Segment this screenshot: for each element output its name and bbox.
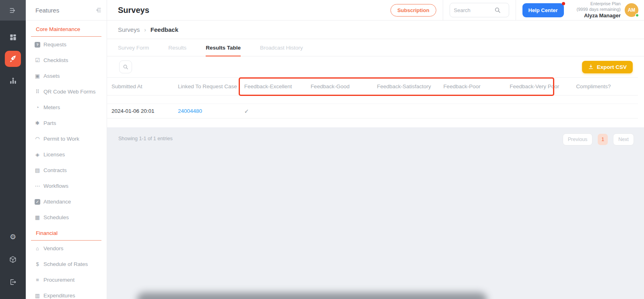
- help-section: Help Center: [516, 0, 570, 21]
- sidebar-item-permit-to-work[interactable]: ◠Permit to Work: [26, 131, 107, 147]
- user-profile-section[interactable]: Enterprise Plan (9999 days remaining) Al…: [570, 0, 644, 21]
- filter-cell: [107, 96, 173, 104]
- attendance-check-icon: ✓: [35, 199, 40, 205]
- expand-panel-icon: [9, 6, 17, 15]
- logout-door-icon: [9, 278, 17, 286]
- rail-features-button[interactable]: [5, 51, 21, 67]
- table-filter-row: [107, 96, 638, 104]
- sidebar-item-label: Meters: [43, 104, 60, 110]
- sidebar-item-schedules[interactable]: ▦Schedules: [26, 210, 107, 225]
- page-title: Surveys: [118, 6, 390, 15]
- filter-cell: [240, 96, 306, 104]
- reports-chart-icon: [9, 77, 17, 85]
- page-1-button[interactable]: 1: [598, 134, 608, 145]
- sidebar-item-requests[interactable]: ?Requests: [26, 37, 107, 52]
- search-icon: [123, 64, 128, 70]
- breadcrumb-surveys-link[interactable]: Surveys: [118, 26, 140, 33]
- submitted-at-cell: 2024-01-06 20:01: [107, 104, 173, 118]
- sidebar-item-label: Parts: [43, 120, 56, 126]
- next-page-button[interactable]: Next: [613, 133, 634, 145]
- tabs-bar: Survey FormResultsResults TableBroadcast…: [107, 39, 644, 56]
- notification-dot: [562, 2, 565, 5]
- column-header-linked-to-request-case-id: Linked To Request Case ID: [173, 78, 240, 96]
- main-area: Surveys Subscription Help Center Enterpr…: [107, 0, 644, 299]
- tab-survey-form[interactable]: Survey Form: [118, 45, 149, 56]
- gauge-icon: ◔: [35, 104, 40, 110]
- subscription-button[interactable]: Subscription: [390, 4, 436, 17]
- empty-cell: [572, 104, 638, 118]
- sidebar-item-parts[interactable]: ✱Parts: [26, 115, 107, 131]
- sidebar-item-assets[interactable]: ▣Assets: [26, 68, 107, 84]
- case-id-link[interactable]: 24004480: [178, 108, 202, 114]
- sidebar-item-label: Schedule of Rates: [43, 261, 88, 267]
- global-search-input-wrap[interactable]: [450, 3, 509, 17]
- filter-cell: [173, 96, 240, 104]
- breadcrumb-current-page: Feedback: [151, 26, 178, 33]
- hard-hat-icon: ◠: [35, 136, 40, 142]
- table-footer-area: Showing 1-1 of 1 entries Previous 1 Next: [107, 127, 644, 299]
- sidebar-item-licenses[interactable]: ◈Licenses: [26, 147, 107, 162]
- sidebar-item-label: Permit to Work: [43, 136, 79, 142]
- cube-icon: [9, 256, 17, 263]
- filter-cell: [373, 96, 439, 104]
- sidebar-item-qr-code-web-forms[interactable]: ⠿QR Code Web Forms: [26, 84, 107, 100]
- chevron-right-icon: ›: [144, 27, 146, 33]
- dashboard-grid-icon: [9, 33, 17, 41]
- avatar[interactable]: AM: [625, 3, 638, 17]
- sidebar-item-workflows[interactable]: ⋯Workflows: [26, 178, 107, 194]
- contract-document-icon: ▤: [35, 167, 40, 173]
- sidebar-item-label: Licenses: [43, 152, 65, 158]
- workflow-dots-icon: ⋯: [35, 183, 40, 189]
- rail-modules-button[interactable]: [5, 251, 21, 268]
- sidebar-item-label: Assets: [43, 73, 60, 79]
- rail-logout-button[interactable]: [5, 274, 21, 290]
- search-icon: [494, 7, 501, 13]
- sidebar-item-checklists[interactable]: ☑Checklists: [26, 52, 107, 68]
- sidebar-item-label: QR Code Web Forms: [43, 89, 96, 95]
- global-search-input[interactable]: [454, 7, 494, 13]
- filter-cell: [306, 96, 373, 104]
- download-icon: [588, 64, 594, 70]
- export-csv-label: Export CSV: [597, 64, 627, 70]
- column-header-submitted-at: Submitted At: [107, 78, 173, 96]
- column-header-feedback-good: Feedback-Good: [306, 78, 373, 96]
- table-search-button[interactable]: [119, 60, 132, 73]
- tab-broadcast-history[interactable]: Broadcast History: [260, 45, 303, 56]
- sidebar-item-contracts[interactable]: ▤Contracts: [26, 162, 107, 178]
- help-center-button[interactable]: Help Center: [522, 3, 564, 17]
- rail-dashboard-button[interactable]: [5, 29, 21, 45]
- case-id-cell: 24004480: [173, 104, 240, 118]
- column-header-feedback-very-poor: Feedback-Very Poor: [505, 78, 572, 96]
- column-header-feedback-satisfactory: Feedback-Satisfactory: [373, 78, 439, 96]
- sidebar-item-vendors[interactable]: ⌂Vendors: [26, 241, 107, 256]
- collapse-panel-icon[interactable]: [95, 6, 102, 14]
- sidebar-item-label: Vendors: [43, 245, 64, 251]
- storefront-icon: ⌂: [35, 245, 40, 251]
- table-toolbar: Export CSV: [107, 56, 644, 77]
- icon-rail: ⚙: [0, 0, 26, 299]
- qr-code-icon: ⠿: [35, 89, 40, 95]
- rail-settings-button[interactable]: ⚙: [5, 229, 21, 245]
- rail-reports-button[interactable]: [5, 73, 21, 89]
- nav-section-core-maintenance: Core Maintenance: [31, 26, 101, 37]
- filter-cell: [439, 96, 505, 104]
- tab-results[interactable]: Results: [168, 45, 186, 56]
- sidebar-item-meters[interactable]: ◔Meters: [26, 100, 107, 115]
- top-header-bar: Surveys Subscription Help Center Enterpr…: [107, 0, 644, 21]
- dollar-icon: $: [35, 261, 40, 267]
- sidebar-item-procurement[interactable]: ≡Procurement: [26, 272, 107, 288]
- nav-section-financial: Financial: [31, 230, 101, 241]
- sidebar-item-label: Expenditures: [43, 293, 75, 299]
- expenditures-icon: ▥: [35, 293, 40, 299]
- export-csv-button[interactable]: Export CSV: [582, 61, 633, 73]
- rail-toggle-button[interactable]: [0, 0, 26, 21]
- previous-page-button[interactable]: Previous: [563, 133, 593, 145]
- features-sidebar: Features Core Maintenance?Requests☑Check…: [26, 0, 107, 299]
- sidebar-item-label: Schedules: [43, 214, 69, 220]
- question-box-icon: ?: [35, 42, 40, 48]
- sidebar-item-attendance[interactable]: ✓Attendance: [26, 194, 107, 210]
- sidebar-item-schedule-of-rates[interactable]: $Schedule of Rates: [26, 256, 107, 272]
- empty-cell: [439, 104, 505, 118]
- tab-results-table[interactable]: Results Table: [206, 45, 241, 56]
- sidebar-item-expenditures[interactable]: ▥Expenditures: [26, 288, 107, 299]
